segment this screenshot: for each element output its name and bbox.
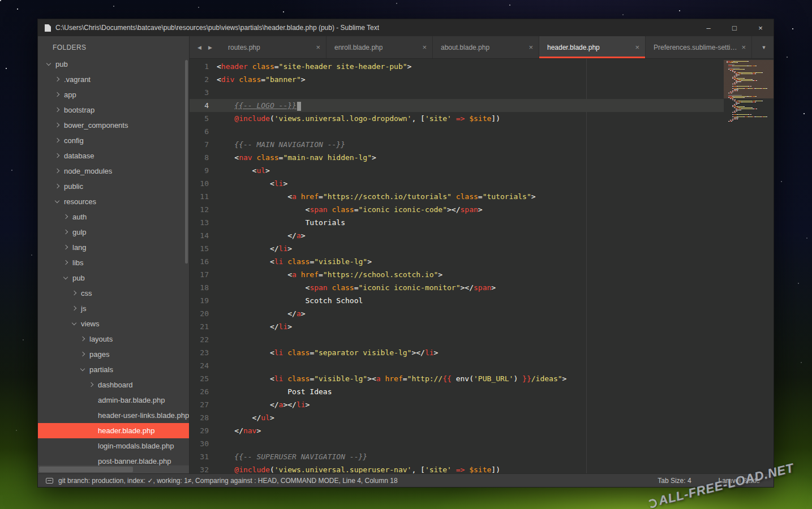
sidebar-vertical-scrollbar[interactable]: [185, 60, 188, 264]
tree-folder-dashboard[interactable]: dashboard: [38, 377, 189, 392]
tab-size-indicator[interactable]: Tab Size: 4: [658, 477, 691, 485]
code-editor[interactable]: 1<header class="site-header site-header-…: [190, 59, 774, 473]
maximize-button[interactable]: □: [721, 19, 747, 36]
tree-folder-pages[interactable]: pages: [38, 347, 189, 362]
close-icon[interactable]: ×: [418, 43, 427, 51]
code-line-20[interactable]: 20 </a>: [190, 307, 774, 320]
code-line-5[interactable]: 5 @include('views.universal.logo-dropdow…: [190, 112, 774, 125]
minimize-button[interactable]: –: [695, 19, 721, 36]
chevron-right-icon[interactable]: [63, 230, 68, 234]
code-line-4[interactable]: 4 {{-- LOGO --}}: [190, 99, 774, 112]
code-line-29[interactable]: 29 </nav>: [190, 424, 774, 437]
chevron-right-icon[interactable]: [55, 92, 59, 97]
code-line-25[interactable]: 25 <li class="visible-lg"><a href="http:…: [190, 372, 774, 385]
chevron-right-icon[interactable]: [55, 169, 59, 173]
sidebar-horizontal-scrollbar[interactable]: [38, 465, 189, 473]
code-line-32[interactable]: 32 @include('views.universal.superuser-n…: [190, 463, 774, 473]
code-line-13[interactable]: 13 Tutorials: [190, 216, 774, 229]
code-line-31[interactable]: 31 {{-- SUPERUSER NAVIGATION --}}: [190, 450, 774, 463]
tree-folder-auth[interactable]: auth: [38, 209, 189, 225]
code-line-21[interactable]: 21 </li>: [190, 320, 774, 333]
tree-file-login-modals.blade.php[interactable]: login-modals.blade.php: [38, 438, 189, 454]
code-line-30[interactable]: 30: [190, 437, 774, 450]
forward-arrow-icon[interactable]: ▶: [208, 45, 212, 50]
tab-overflow-dropdown[interactable]: ▼: [754, 36, 774, 58]
close-icon[interactable]: ×: [524, 43, 533, 51]
tab-enroll.blade.php[interactable]: enroll.blade.php×: [326, 36, 433, 58]
tree-folder-views[interactable]: views: [38, 316, 189, 331]
tree-folder-resources[interactable]: resources: [38, 194, 189, 209]
tree-folder-bower_components[interactable]: bower_components: [38, 118, 189, 133]
tree-folder-config[interactable]: config: [38, 133, 189, 148]
chevron-right-icon[interactable]: [72, 306, 76, 310]
chevron-down-icon[interactable]: [55, 199, 59, 203]
chevron-right-icon[interactable]: [55, 77, 59, 81]
chevron-down-icon[interactable]: [63, 275, 68, 279]
tree-folder-css[interactable]: css: [38, 286, 189, 301]
close-icon[interactable]: ×: [737, 43, 746, 51]
close-button[interactable]: ×: [747, 19, 774, 36]
tree-file-admin-bar.blade.php[interactable]: admin-bar.blade.php: [38, 392, 189, 408]
code-line-27[interactable]: 27 </a></li>: [190, 398, 774, 411]
tree-folder-database[interactable]: database: [38, 148, 189, 163]
tab-header.blade.php[interactable]: header.blade.php×: [539, 36, 646, 58]
chevron-right-icon[interactable]: [55, 184, 59, 188]
tree-file-header.blade.php[interactable]: header.blade.php: [38, 423, 189, 438]
scrollbar-thumb[interactable]: [39, 467, 133, 472]
code-line-28[interactable]: 28 </ul>: [190, 411, 774, 424]
tree-folder-libs[interactable]: libs: [38, 255, 189, 270]
code-line-2[interactable]: 2<div class="banner">: [190, 73, 774, 86]
code-line-9[interactable]: 9 <ul>: [190, 164, 774, 177]
status-panel-icon[interactable]: [46, 478, 53, 484]
tree-folder-js[interactable]: js: [38, 301, 189, 316]
code-line-3[interactable]: 3: [190, 86, 774, 99]
tab-about.blade.php[interactable]: about.blade.php×: [433, 36, 539, 58]
tree-folder-public[interactable]: public: [38, 179, 189, 194]
tree-folder-bootstrap[interactable]: bootstrap: [38, 102, 189, 118]
tree-folder-node_modules[interactable]: node_modules: [38, 163, 189, 179]
tree-folder-gulp[interactable]: gulp: [38, 225, 189, 240]
chevron-down-icon[interactable]: [46, 61, 51, 66]
code-line-16[interactable]: 16 <li class="visible-lg">: [190, 255, 774, 268]
code-line-17[interactable]: 17 <a href="https://school.scotch.io">: [190, 268, 774, 281]
close-icon[interactable]: ×: [311, 43, 320, 51]
chevron-right-icon[interactable]: [80, 337, 85, 341]
code-line-14[interactable]: 14 </a>: [190, 229, 774, 242]
tree-folder-lang[interactable]: lang: [38, 240, 189, 255]
tree-folder-app[interactable]: app: [38, 87, 189, 102]
code-area[interactable]: 1<header class="site-header site-header-…: [190, 59, 774, 473]
chevron-right-icon[interactable]: [80, 352, 85, 356]
code-line-7[interactable]: 7 {{-- MAIN NAVIGATION --}}: [190, 138, 774, 151]
back-arrow-icon[interactable]: ◀: [197, 45, 201, 50]
tree-file-header-user-links.blade.php[interactable]: header-user-links.blade.php: [38, 408, 189, 423]
chevron-right-icon[interactable]: [55, 138, 59, 143]
chevron-right-icon[interactable]: [55, 153, 59, 158]
code-line-11[interactable]: 11 <a href="https://scotch.io/tutorials"…: [190, 190, 774, 203]
code-line-8[interactable]: 8 <nav class="main-nav hidden-lg">: [190, 151, 774, 164]
code-line-19[interactable]: 19 Scotch School: [190, 294, 774, 307]
code-line-6[interactable]: 6: [190, 125, 774, 138]
tab-routes.php[interactable]: routes.php×: [220, 36, 326, 58]
title-bar[interactable]: C:\Users\Chris\Documents\batcave\pub\res…: [38, 19, 774, 36]
minimap[interactable]: [724, 59, 774, 473]
code-line-18[interactable]: 18 <span class="iconic iconic-monitor"><…: [190, 281, 774, 294]
code-line-23[interactable]: 23 <li class="separator visible-lg"></li…: [190, 346, 774, 359]
tree-folder-pub[interactable]: pub: [38, 270, 189, 286]
chevron-down-icon[interactable]: [72, 321, 76, 325]
tab-Preferences.sublime-settings[interactable]: Preferences.sublime-settings×: [646, 36, 752, 58]
chevron-down-icon[interactable]: [80, 366, 85, 371]
code-line-22[interactable]: 22: [190, 333, 774, 346]
code-line-26[interactable]: 26 Post Ideas: [190, 385, 774, 398]
tree-folder-layouts[interactable]: layouts: [38, 331, 189, 347]
tree-folder-partials[interactable]: partials: [38, 362, 189, 377]
code-line-1[interactable]: 1<header class="site-header site-header-…: [190, 60, 774, 73]
tree-folder-.vagrant[interactable]: .vagrant: [38, 72, 189, 87]
code-line-15[interactable]: 15 </li>: [190, 242, 774, 255]
chevron-right-icon[interactable]: [89, 382, 93, 387]
code-line-12[interactable]: 12 <span class="iconic iconic-code"></sp…: [190, 203, 774, 216]
chevron-right-icon[interactable]: [55, 123, 59, 127]
code-line-10[interactable]: 10 <li>: [190, 177, 774, 190]
chevron-right-icon[interactable]: [63, 214, 68, 219]
chevron-right-icon[interactable]: [72, 291, 76, 295]
chevron-right-icon[interactable]: [63, 245, 68, 249]
